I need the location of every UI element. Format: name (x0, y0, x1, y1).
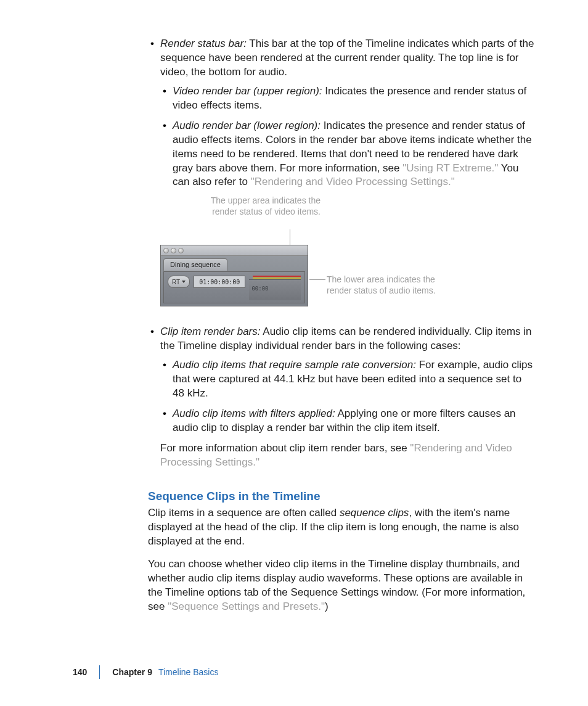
audio-render-bar (253, 277, 301, 279)
sequence-tab: Dining sequence (163, 258, 227, 271)
emphasis: sequence clips (340, 507, 409, 519)
list-item: Audio render bar (lower region): Indicat… (160, 119, 536, 190)
sub-list: Video render bar (upper region): Indicat… (160, 84, 536, 190)
timecode-field: 01:00:00:00 (194, 276, 245, 288)
body-text: ) (325, 601, 329, 612)
body-text: Clip items in a sequence are often calle… (148, 507, 340, 519)
callout-lower: The lower area indicates the render stat… (327, 274, 438, 296)
video-render-bar (253, 276, 301, 277)
divider (99, 665, 100, 679)
term: Clip item render bars: (160, 326, 261, 337)
rt-label: RT (172, 278, 180, 287)
minimize-icon (171, 248, 176, 253)
body-text: For more information about clip item ren… (160, 442, 410, 454)
close-icon (163, 248, 169, 253)
timeline-ruler: 00:00 (249, 276, 301, 300)
bullet-list: Render status bar: This bar at the top o… (148, 37, 536, 470)
zoom-icon (178, 248, 184, 253)
section-heading: Sequence Clips in the Timeline (148, 488, 536, 504)
callout-upper: The upper area indicates the render stat… (197, 195, 321, 217)
rt-menu: RT (168, 276, 190, 288)
ruler-background: 00:00 (249, 279, 301, 300)
timeline-panel: RT 01:00:00:00 00:00 (163, 271, 305, 303)
screenshot: Dining sequence RT 01:00:00:00 (160, 245, 308, 306)
sub-list: Audio clip items that require sample rat… (160, 358, 536, 435)
list-item: Audio clip items that require sample rat… (160, 358, 536, 401)
link-text[interactable]: "Sequence Settings and Presets." (168, 601, 325, 612)
page-number: 140 (73, 667, 87, 678)
body-text: For more information about clip item ren… (160, 441, 536, 470)
term: Audio clip items that require sample rat… (173, 359, 416, 371)
term: Render status bar: (160, 38, 247, 49)
paragraph: Clip items in a sequence are often calle… (148, 506, 536, 549)
leader-line (309, 279, 325, 280)
figure: The upper area indicates the render stat… (160, 195, 536, 313)
term: Audio render bar (lower region): (173, 120, 321, 131)
window-titlebar (161, 245, 308, 256)
term: Audio clip items with filters applied: (173, 408, 335, 419)
chapter-title: Timeline Basics (158, 667, 219, 678)
list-item: Render status bar: This bar at the top o… (148, 37, 536, 313)
list-item: Video render bar (upper region): Indicat… (160, 84, 536, 113)
chapter-label: Chapter 9 (112, 667, 152, 678)
link-text[interactable]: "Using RT Extreme." (402, 162, 498, 174)
term: Video render bar (upper region): (173, 85, 322, 97)
chevron-down-icon (182, 281, 186, 283)
link-text[interactable]: "Rendering and Video Processing Settings… (251, 176, 455, 187)
page-footer: 140 Chapter 9 Timeline Basics (73, 665, 218, 679)
list-item: Clip item render bars: Audio clip items … (148, 325, 536, 469)
ruler-tick-label: 00:00 (251, 285, 268, 292)
list-item: Audio clip items with filters applied: A… (160, 407, 536, 435)
paragraph: You can choose whether video clip items … (148, 557, 536, 614)
